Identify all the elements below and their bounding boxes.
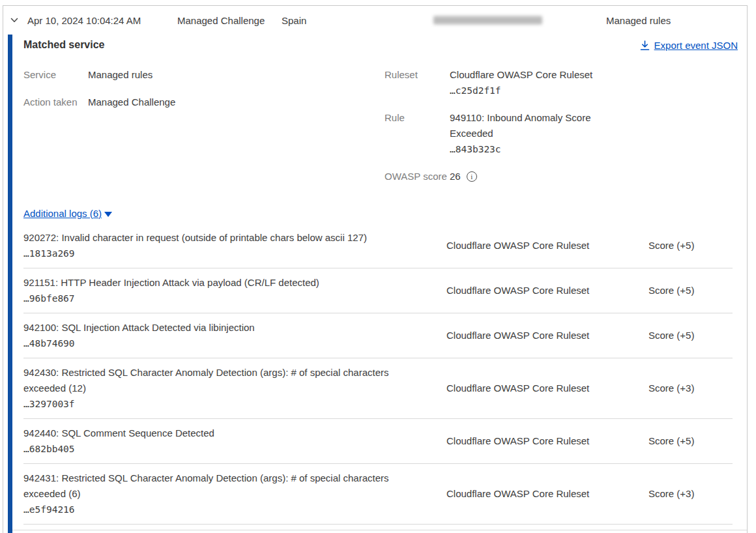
log-score: Score (+3) bbox=[648, 486, 733, 502]
log-score: Score (+5) bbox=[648, 328, 733, 343]
field-owasp-score-label: OWASP score bbox=[385, 169, 450, 184]
field-ruleset-value: Cloudflare OWASP Core Ruleset bbox=[450, 69, 592, 80]
log-rule-id: …48b74690 bbox=[23, 336, 446, 351]
additional-logs-toggle[interactable]: Additional logs (6) bbox=[23, 208, 112, 219]
log-row: 942100: SQL Injection Attack Detected vi… bbox=[23, 313, 733, 358]
field-owasp-score: OWASP score 26 i bbox=[385, 169, 605, 184]
log-ruleset: Cloudflare OWASP Core Ruleset bbox=[446, 433, 648, 449]
log-rule-id: …96bfe867 bbox=[23, 291, 446, 306]
field-service-value: Managed rules bbox=[88, 67, 153, 83]
log-score: Score (+5) bbox=[648, 283, 733, 298]
log-title: 942431: Restricted SQL Character Anomaly… bbox=[23, 470, 446, 502]
field-rule-label: Rule bbox=[385, 110, 450, 157]
chevron-down-icon[interactable] bbox=[9, 15, 20, 25]
field-action-taken-value: Managed Challenge bbox=[88, 94, 175, 110]
export-event-json-label: Export event JSON bbox=[654, 40, 738, 51]
export-event-json-link[interactable]: Export event JSON bbox=[640, 40, 738, 51]
log-row: 942430: Restricted SQL Character Anomaly… bbox=[23, 358, 733, 419]
log-row: 921151: HTTP Header Injection Attack via… bbox=[23, 268, 733, 313]
owasp-score-value: 26 bbox=[450, 169, 461, 184]
field-rule-value: 949110: Inbound Anomaly Score Exceeded bbox=[450, 112, 591, 139]
event-summary-row[interactable]: Apr 10, 2024 10:04:24 AM Managed Challen… bbox=[3, 6, 747, 35]
log-ruleset: Cloudflare OWASP Core Ruleset bbox=[446, 328, 648, 343]
log-title: 942100: SQL Injection Attack Detected vi… bbox=[23, 320, 446, 336]
redacted-value bbox=[433, 16, 542, 25]
log-rule-id: …e5f94216 bbox=[23, 502, 446, 517]
event-country: Spain bbox=[282, 15, 306, 26]
caret-down-icon bbox=[104, 212, 112, 217]
field-rule: Rule 949110: Inbound Anomaly Score Excee… bbox=[385, 110, 605, 157]
rule-id: …843b323c bbox=[450, 144, 501, 154]
event-action: Managed Challenge bbox=[177, 15, 265, 26]
fields-right-column: Ruleset Cloudflare OWASP Core Ruleset …c… bbox=[385, 67, 605, 196]
log-rule-id: …1813a269 bbox=[23, 246, 446, 261]
additional-logs-table: 920272: Invalid character in request (ou… bbox=[23, 223, 733, 525]
log-title: 920272: Invalid character in request (ou… bbox=[23, 230, 446, 246]
fields-left-column: Service Managed rules Action taken Manag… bbox=[23, 67, 733, 110]
log-score: Score (+5) bbox=[648, 238, 733, 253]
field-ruleset: Ruleset Cloudflare OWASP Core Ruleset …c… bbox=[385, 67, 605, 98]
log-row: 920272: Invalid character in request (ou… bbox=[23, 223, 733, 268]
log-rule-id: …682bb405 bbox=[23, 441, 446, 457]
log-rule-id: …3297003f bbox=[23, 396, 446, 412]
log-title: 942440: SQL Comment Sequence Detected bbox=[23, 425, 446, 441]
ruleset-id: …c25d2f1f bbox=[450, 85, 501, 96]
log-title: 921151: HTTP Header Injection Attack via… bbox=[23, 275, 446, 291]
event-details: Matched service Export event JSON Servic… bbox=[23, 35, 733, 525]
log-ruleset: Cloudflare OWASP Core Ruleset bbox=[446, 486, 648, 502]
field-service-label: Service bbox=[23, 67, 88, 83]
matched-service-title: Matched service bbox=[23, 39, 733, 51]
log-score: Score (+5) bbox=[648, 433, 733, 449]
field-service: Service Managed rules bbox=[23, 67, 733, 83]
download-icon bbox=[640, 40, 650, 51]
log-row: 942431: Restricted SQL Character Anomaly… bbox=[23, 464, 733, 525]
event-timestamp: Apr 10, 2024 10:04:24 AM bbox=[27, 15, 141, 26]
log-score: Score (+3) bbox=[648, 381, 733, 396]
event-service: Managed rules bbox=[606, 15, 671, 26]
firewall-event-panel: Apr 10, 2024 10:04:24 AM Managed Challen… bbox=[3, 5, 748, 533]
field-action-taken: Action taken Managed Challenge bbox=[23, 94, 733, 110]
additional-logs-label: Additional logs (6) bbox=[23, 208, 102, 219]
log-row: 942440: SQL Comment Sequence Detected …6… bbox=[23, 419, 733, 464]
field-ruleset-label: Ruleset bbox=[385, 67, 450, 98]
info-icon[interactable]: i bbox=[467, 171, 477, 182]
panel-bottom-divider bbox=[12, 530, 747, 530]
log-ruleset: Cloudflare OWASP Core Ruleset bbox=[446, 381, 648, 396]
log-ruleset: Cloudflare OWASP Core Ruleset bbox=[446, 283, 648, 298]
selected-row-accent-bar bbox=[8, 35, 12, 533]
log-title: 942430: Restricted SQL Character Anomaly… bbox=[23, 365, 446, 396]
log-ruleset: Cloudflare OWASP Core Ruleset bbox=[446, 238, 648, 253]
field-action-taken-label: Action taken bbox=[23, 94, 88, 110]
